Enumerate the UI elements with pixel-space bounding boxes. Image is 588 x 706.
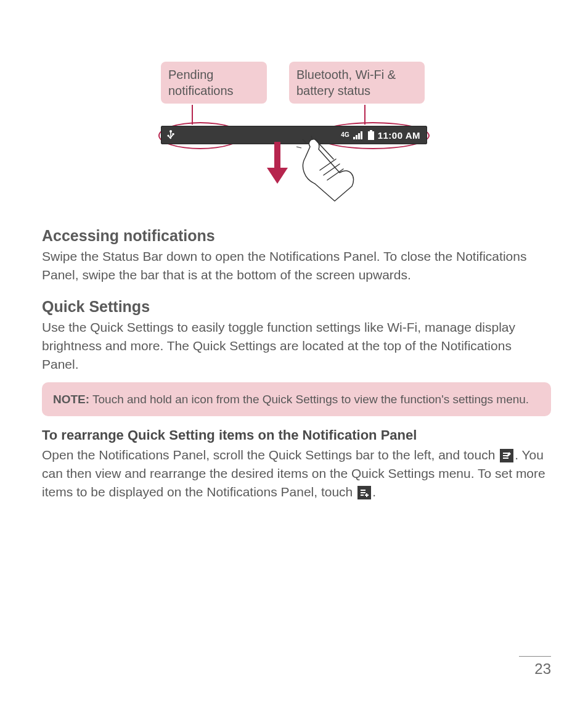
svg-line-12 — [296, 147, 301, 148]
body-rearrange-quick-settings: Open the Notifications Panel, scroll the… — [42, 446, 551, 501]
callout-bt-wifi-battery: Bluetooth, Wi-Fi & battery status — [289, 62, 425, 104]
svg-rect-19 — [361, 495, 364, 496]
manual-page: Pending notifications Bluetooth, Wi-Fi &… — [0, 0, 588, 706]
battery-icon — [368, 130, 374, 140]
status-bar-diagram: Pending notifications Bluetooth, Wi-Fi &… — [161, 62, 432, 210]
callout-pending-notifications: Pending notifications — [161, 62, 267, 104]
body-rearrange-post: . — [372, 485, 376, 499]
edit-list-icon — [500, 449, 513, 462]
svg-rect-18 — [361, 492, 365, 493]
callout-line — [192, 105, 193, 125]
svg-point-3 — [167, 134, 169, 136]
svg-rect-7 — [361, 131, 362, 139]
svg-rect-2 — [173, 133, 174, 135]
svg-rect-17 — [361, 490, 365, 491]
heading-rearrange-quick-settings: To rearrange Quick Setting items on the … — [42, 427, 551, 443]
svg-line-11 — [303, 139, 306, 143]
swipe-down-arrow-icon — [267, 142, 288, 187]
body-rearrange-pre: Open the Notifications Panel, scroll the… — [42, 448, 499, 462]
svg-rect-14 — [503, 453, 508, 454]
note-text: Touch and hold an icon from the Quick Se… — [89, 393, 529, 406]
svg-rect-21 — [365, 495, 369, 496]
heading-quick-settings: Quick Settings — [42, 298, 551, 316]
svg-rect-10 — [274, 142, 280, 169]
finger-touch-icon — [290, 136, 358, 206]
page-number: 23 — [519, 656, 551, 678]
svg-rect-16 — [503, 458, 508, 459]
svg-rect-6 — [358, 133, 360, 139]
note-box: NOTE: Touch and hold an icon from the Qu… — [42, 382, 551, 416]
add-list-icon — [357, 486, 371, 499]
svg-rect-9 — [368, 131, 374, 140]
usb-icon — [161, 129, 175, 141]
svg-rect-8 — [370, 130, 372, 131]
body-accessing-notifications: Swipe the Status Bar down to open the No… — [42, 247, 551, 284]
body-quick-settings: Use the Quick Settings to easily toggle … — [42, 318, 551, 374]
note-label: NOTE: — [53, 393, 89, 406]
status-bar-time: 11:00 AM — [378, 130, 420, 141]
heading-accessing-notifications: Accessing notifications — [42, 227, 551, 245]
